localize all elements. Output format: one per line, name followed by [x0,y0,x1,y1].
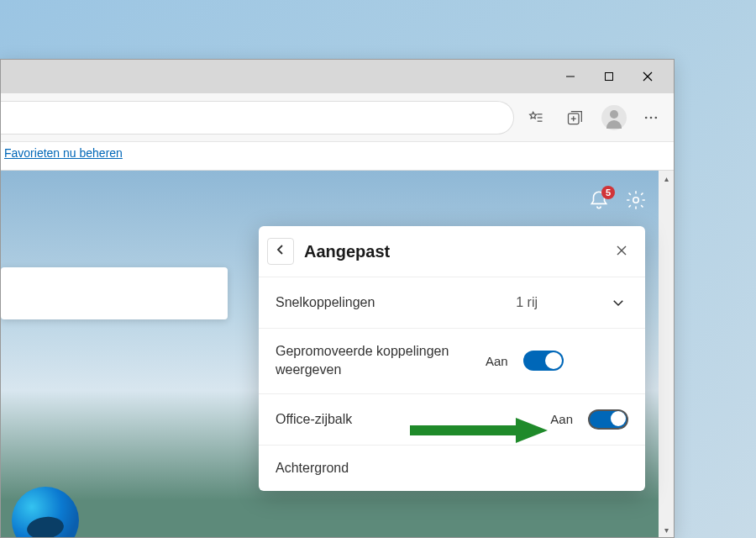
manage-favorites-link[interactable]: Favorieten nu beheren [4,146,123,160]
row-label: Achtergrond [276,461,628,476]
toggle-state: Aan [486,354,508,368]
row-label: Office-zijbalk [276,412,542,427]
minimize-button[interactable] [551,63,590,90]
favorites-list-icon[interactable] [519,101,553,134]
toggle-state: Aan [550,412,573,426]
svg-point-13 [645,116,648,119]
chevron-left-icon [276,244,286,259]
vertical-scrollbar[interactable]: ▴ ▾ [659,171,674,537]
favorites-bar: Favorieten nu beheren [1,142,674,171]
toggle-promoted-links[interactable] [523,351,564,371]
row-label: Gepromoveerde koppelingen weergeven [276,342,477,380]
new-tab-content: 5 Aangepast [1,171,674,537]
row-value: 1 rij [516,295,538,310]
collections-icon[interactable] [558,101,591,134]
svg-rect-1 [606,73,613,81]
panel-back-button[interactable] [267,238,294,265]
gear-icon [625,199,647,214]
page-settings-button[interactable] [625,189,647,214]
toolbar-row [1,93,674,142]
close-icon [617,245,627,258]
notifications-badge: 5 [601,186,615,199]
search-box[interactable] [1,267,228,319]
row-promoted-links: Gepromoveerde koppelingen weergeven Aan [259,328,645,393]
toggle-knob [545,352,562,369]
scroll-up-icon[interactable]: ▴ [659,171,674,186]
row-background[interactable]: Achtergrond [259,445,645,491]
edge-logo-icon [12,487,79,537]
maximize-button[interactable] [590,63,628,90]
panel-header: Aangepast [259,226,645,277]
svg-point-15 [655,116,658,119]
browser-window: Favorieten nu beheren 5 [0,59,675,538]
notifications-button[interactable]: 5 [588,189,610,214]
content-top-icons: 5 [588,189,647,214]
scroll-down-icon[interactable]: ▾ [659,522,674,537]
close-window-button[interactable] [628,63,667,90]
row-label: Snelkoppelingen [276,295,507,310]
panel-close-button[interactable] [612,241,632,261]
toggle-knob [611,411,626,426]
titlebar [1,60,674,93]
more-icon[interactable] [637,101,665,134]
chevron-down-icon [608,293,628,313]
row-office-sidebar: Office-zijbalk Aan [259,393,645,445]
address-bar[interactable] [1,101,514,134]
svg-point-14 [650,116,653,119]
row-shortcuts[interactable]: Snelkoppelingen 1 rij [259,277,645,328]
svg-point-16 [633,198,639,203]
page-layout-panel: Aangepast Snelkoppelingen 1 rij Gepromov… [259,226,645,491]
bell-icon [588,199,610,214]
panel-title: Aangepast [304,242,612,261]
toggle-office-sidebar[interactable] [588,409,628,430]
profile-avatar[interactable] [601,105,627,130]
